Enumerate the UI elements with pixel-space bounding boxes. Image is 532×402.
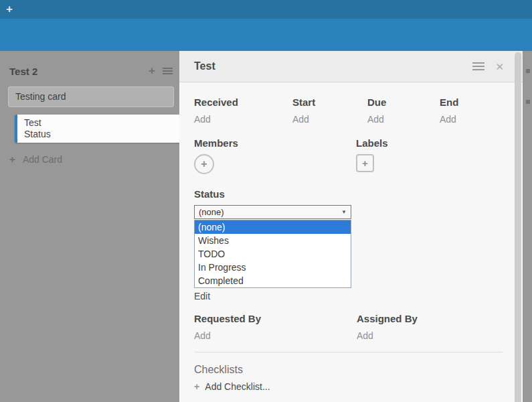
card-title-line2: Status — [24, 129, 179, 140]
due-label: Due — [367, 96, 440, 108]
add-card-plus-icon: + — [9, 153, 15, 165]
received-label: Received — [194, 96, 292, 108]
card-detail-panel: Test ✕ Received Start Due End Add Add Ad… — [179, 51, 523, 402]
add-card-label: Add Card — [23, 154, 62, 165]
card-detail-header: Test ✕ — [179, 51, 523, 82]
status-option-in-progress[interactable]: In Progress — [195, 261, 351, 274]
add-member-button[interactable]: + — [194, 154, 214, 174]
date-add-row: Add Add Add Add — [194, 114, 503, 125]
members-labels-buttons-row: + + — [194, 154, 503, 174]
requested-by-add-link[interactable]: Add — [194, 330, 357, 341]
status-select[interactable]: (none) ▼ — [194, 205, 351, 219]
end-label: End — [440, 96, 503, 108]
status-selected-value: (none) — [199, 207, 341, 217]
status-option-none[interactable]: (none) — [195, 220, 351, 234]
card-title-line1: Test — [24, 117, 179, 129]
due-add-link[interactable]: Add — [367, 114, 440, 125]
start-add-link[interactable]: Add — [292, 114, 367, 125]
add-board-icon[interactable]: + — [6, 0, 13, 19]
list-menu-icon[interactable] — [163, 68, 173, 75]
add-label-button[interactable]: + — [356, 154, 374, 172]
assigned-by-label: Assigned By — [357, 313, 503, 324]
card-menu-icon[interactable] — [472, 62, 484, 71]
partial-list-fragment — [526, 69, 530, 73]
card-detail-body: Received Start Due End Add Add Add Add M… — [179, 96, 523, 402]
board-header-bar — [0, 19, 532, 51]
labels-label: Labels — [356, 137, 503, 149]
start-label: Start — [292, 96, 367, 108]
board-area: Test 2 + Testing card Test Status + Add … — [0, 51, 179, 402]
status-label: Status — [194, 188, 503, 200]
members-label: Members — [194, 137, 356, 149]
card-detail-title: Test — [194, 60, 472, 72]
date-labels-row: Received Start Due End — [194, 96, 503, 108]
card-test-selected[interactable]: Test Status — [15, 115, 179, 143]
add-card-button[interactable]: + Add Card — [9, 153, 179, 165]
add-label-plus-icon: + — [362, 157, 368, 169]
add-member-plus-icon: + — [201, 158, 207, 170]
partial-list-fragment — [526, 100, 530, 104]
requested-assigned-row: Requested By Assigned By — [194, 313, 503, 324]
add-checklist-button[interactable]: + Add Checklist... — [194, 381, 503, 392]
status-option-wishes[interactable]: Wishes — [195, 234, 351, 247]
card-testing-card[interactable]: Testing card — [8, 86, 174, 107]
chevron-down-icon: ▼ — [341, 209, 347, 215]
members-labels-row: Members Labels — [194, 137, 503, 149]
status-edit-link[interactable]: Edit — [194, 291, 503, 302]
status-option-todo[interactable]: TODO — [195, 247, 351, 261]
add-checklist-label: Add Checklist... — [205, 381, 270, 392]
status-options-dropdown: (none) Wishes TODO In Progress Completed — [194, 220, 351, 288]
add-checklist-plus-icon: + — [194, 381, 199, 392]
checklists-title: Checklists — [194, 364, 503, 376]
requested-by-label: Requested By — [194, 313, 357, 324]
close-icon[interactable]: ✕ — [495, 62, 504, 72]
end-add-link[interactable]: Add — [440, 114, 503, 125]
list-add-card-icon[interactable]: + — [149, 64, 155, 78]
status-option-completed[interactable]: Completed — [195, 274, 351, 287]
panel-scrollbar[interactable] — [515, 52, 521, 402]
received-add-link[interactable]: Add — [194, 114, 292, 125]
requested-assigned-add-row: Add Add — [194, 330, 503, 341]
section-divider — [194, 352, 503, 352]
card-title: Testing card — [15, 91, 66, 102]
list-header: Test 2 + — [0, 51, 179, 78]
assigned-by-add-link[interactable]: Add — [357, 330, 503, 341]
list-title: Test 2 — [9, 66, 149, 77]
top-navbar: + — [0, 0, 532, 19]
